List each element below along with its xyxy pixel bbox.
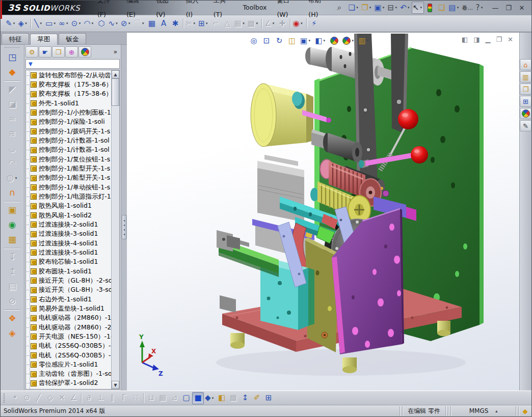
straight-slot-button[interactable]: ∞▾ <box>58 17 70 30</box>
solid-bodies-button[interactable]: ▣ <box>7 203 18 217</box>
tree-item[interactable]: 电机驱动器（2M860）-2-s <box>26 323 111 332</box>
home-icon[interactable]: ⌂ <box>520 59 531 70</box>
options-button[interactable]: ▤▾ <box>447 2 461 14</box>
tree-item[interactable]: 控制部分-1/拨码开关-1-s <box>26 127 111 136</box>
file-explorer-icon[interactable]: ❐ <box>520 84 531 95</box>
scroll-down-icon[interactable]: ▼ <box>112 381 119 389</box>
weld-bodies-button[interactable]: ▦ <box>7 232 18 247</box>
window-close-button[interactable]: ✕ <box>517 4 526 12</box>
tree-item[interactable]: 控制部分-1/船型开关-1-s <box>26 164 111 173</box>
snap-center-button[interactable]: ⊙ <box>21 392 33 404</box>
tree-item[interactable]: 过渡连接块-2-solid1 <box>26 220 111 229</box>
menu-toolbox[interactable]: Toolbox <box>238 1 272 15</box>
zoom-area-icon[interactable]: ⊡ <box>261 35 272 46</box>
camera-button[interactable]: ▩ <box>228 392 240 404</box>
window-minimize-button[interactable]: — <box>491 4 500 12</box>
snap-points-button[interactable]: ∷ <box>130 392 142 404</box>
instant3d-button[interactable]: ◳ <box>7 50 18 65</box>
add-relation-button[interactable]: ✚ <box>277 17 288 30</box>
lofted-button[interactable]: ≋ <box>7 126 18 141</box>
configurationmanager-tab-icon[interactable]: ❒ <box>52 46 65 58</box>
doc-restore-icon[interactable]: ❐ <box>496 36 502 43</box>
zoom-fit-icon[interactable]: ◎ <box>248 35 259 46</box>
normal-to-button[interactable]: ↕ <box>240 392 251 404</box>
convert-entities-button[interactable]: ⊞▾ <box>197 17 210 30</box>
status-tag-icon[interactable]: ◆ <box>518 406 531 416</box>
mirror-entities-button[interactable]: △ <box>222 17 233 30</box>
snap-grid-button[interactable]: ▦ <box>157 392 169 404</box>
tree-item[interactable]: 过渡连接块-5-solid1 <box>26 248 111 257</box>
tree-item[interactable]: 右边外壳-1-solid1 <box>26 295 111 304</box>
spline-button[interactable]: ∿▾ <box>107 17 120 30</box>
tree-item[interactable]: 电机驱动器（2M860）-1-s <box>26 314 111 323</box>
sheet-metal-button[interactable]: ❖ <box>7 311 18 326</box>
open-button[interactable]: ❐▾ <box>360 2 373 14</box>
tree-item[interactable]: 控制部分-1/船型开关-1-s <box>26 174 111 183</box>
appearances-icon[interactable] <box>520 108 531 119</box>
fillet-button[interactable]: ◠ <box>7 156 18 171</box>
tree-item[interactable]: 胶布支撑板（175-38-6）- <box>26 80 111 89</box>
tree-item[interactable]: 齿轮保护罩-1-solid2 <box>26 379 111 388</box>
design-library-icon[interactable]: ▥ <box>520 71 531 82</box>
tree-item[interactable]: 简易外盖垫块-1-solid1 <box>26 304 111 313</box>
tree-item[interactable]: 过渡连接块-4-solid1 <box>26 239 111 248</box>
tree-item[interactable]: 散热风扇-1-solid2 <box>26 211 111 220</box>
tree-item[interactable]: 胶布轮芯轴-1-solid1 <box>26 258 111 267</box>
tree-item[interactable]: 控制部分-1/计数器-1-sol <box>26 136 111 145</box>
snap-line-button[interactable]: ╱ <box>33 392 44 404</box>
pane-split-right-icon[interactable]: ◨ <box>473 36 480 43</box>
snap-angle-button[interactable]: ∠ <box>68 392 79 404</box>
panel-splitter[interactable]: ◂◂◂◂ <box>121 45 127 391</box>
shaded-button[interactable]: ◆▾ <box>204 392 216 404</box>
section-display-button[interactable]: ◧ <box>216 392 228 404</box>
ellipse-button[interactable]: ⊘▾ <box>120 17 132 30</box>
tree-item[interactable]: 胶布支撑板（175-38-6）- <box>26 90 111 99</box>
snap-hv-button[interactable]: Γ <box>118 392 130 404</box>
tree-item[interactable]: 电机（2S56Q-030B5）-1-s <box>26 342 111 351</box>
apply-scene-icon[interactable]: ▾ <box>341 35 356 46</box>
snap-parallel-button[interactable]: ∥ <box>107 392 118 404</box>
undo-button[interactable]: ↶▾ <box>399 2 412 14</box>
move-entities-button[interactable]: ▩▾ <box>247 17 260 30</box>
view-settings-icon[interactable]: ▥▾ <box>357 35 370 46</box>
snap-length-button[interactable]: ⊔ <box>145 392 157 404</box>
tree-scrollbar[interactable]: ▲ ▼ <box>111 70 119 389</box>
toolbar-grip[interactable] <box>5 47 20 48</box>
quick-snaps-button[interactable]: ⚡ <box>308 17 320 30</box>
tree-item[interactable]: 电机（2S56Q-030B5）-2-s <box>26 351 111 360</box>
tree-item[interactable]: 零位感应片-1-solid1 <box>26 360 111 369</box>
propertymanager-tab-icon[interactable]: ☛ <box>39 46 51 58</box>
circle-button[interactable]: ⊙▾ <box>70 17 83 30</box>
tree-item[interactable]: 控制部分-1/计数器-1-sol <box>26 146 111 155</box>
tree-item[interactable]: 散热风扇-1-solid1 <box>26 202 111 211</box>
displaymanager-tab-icon[interactable] <box>78 46 91 58</box>
tree-item[interactable]: 控制部分-1/单动按钮-1-s <box>26 183 111 192</box>
scroll-up-icon[interactable]: ▲ <box>112 70 119 78</box>
point-snap-button[interactable]: ◉▾ <box>292 17 305 30</box>
section-view-icon[interactable]: ◫ <box>286 35 298 46</box>
display-relations-button[interactable]: ∠▾ <box>263 17 276 30</box>
rebuild-button[interactable] <box>424 2 436 14</box>
swept-button[interactable]: ≈ <box>7 112 18 126</box>
pane-split-left-icon[interactable]: ◧ <box>462 36 468 43</box>
tree-item[interactable]: 外壳-1-solid1 <box>26 99 111 108</box>
no-bends-button[interactable]: ⊘ <box>7 294 18 309</box>
splitter-handle[interactable]: ◂◂◂◂ <box>122 215 127 239</box>
tree-item[interactable]: 旋转包胶布部份-2/从动齿 <box>26 71 111 80</box>
toolbar-grip[interactable] <box>4 394 6 403</box>
extruded-boss-button[interactable]: ◤ <box>7 82 18 97</box>
print-button[interactable]: ⊟▾ <box>387 2 400 14</box>
shaded-with-edges-button[interactable]: ■ <box>192 392 204 404</box>
view-orientation-icon[interactable]: ▣▾ <box>299 35 312 46</box>
lock-button[interactable]: ∩ <box>7 185 18 200</box>
status-units[interactable]: MMGS▴ <box>450 406 516 416</box>
point-button[interactable]: ✱ <box>170 17 181 30</box>
revolve-button[interactable]: ◆ <box>7 65 18 79</box>
shell-button[interactable]: ◍▾ <box>6 171 19 185</box>
tab-sketch[interactable]: 草图 <box>30 34 58 45</box>
text-button[interactable]: A <box>158 17 170 30</box>
edit-appearance-icon[interactable] <box>329 35 340 46</box>
doc-minimize-icon[interactable]: ▁ <box>485 36 490 43</box>
custom-properties-icon[interactable]: ✎ <box>520 120 531 131</box>
toolbar-overflow-button[interactable]: 卷... <box>461 2 474 14</box>
